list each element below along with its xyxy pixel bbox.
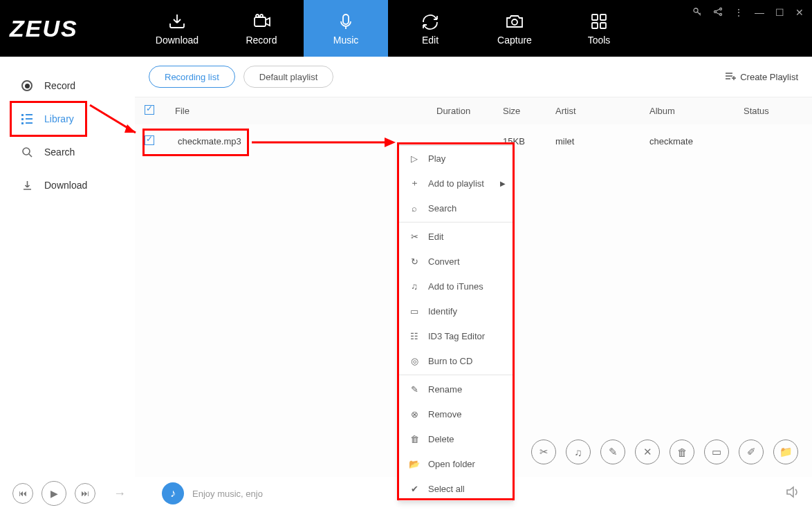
sidebar: Record Library Search Download bbox=[0, 57, 135, 477]
default-playlist-button[interactable]: Default playlist bbox=[243, 66, 334, 88]
shuffle-icon[interactable]: → bbox=[113, 487, 126, 501]
recording-list-button[interactable]: Recording list bbox=[149, 66, 235, 88]
select-all-checkbox[interactable] bbox=[145, 105, 154, 115]
nav-tools[interactable]: Tools bbox=[557, 0, 641, 57]
nav-label: Edit bbox=[422, 35, 439, 46]
nav-music[interactable]: Music bbox=[304, 0, 388, 57]
folder-icon: 📂 bbox=[409, 459, 420, 469]
tool-delete-icon[interactable]: 🗑 bbox=[670, 440, 694, 464]
nav-label: Tools bbox=[588, 35, 611, 46]
nav-label: Capture bbox=[497, 35, 532, 46]
sidebar-label: Library bbox=[44, 113, 74, 124]
record-radio-icon bbox=[21, 79, 33, 92]
download-small-icon bbox=[21, 179, 33, 191]
tool-edit-icon[interactable]: ✎ bbox=[600, 440, 625, 464]
note-icon: ♪ bbox=[162, 482, 184, 504]
ctx-rename[interactable]: ✎Rename bbox=[399, 377, 513, 402]
logo-text: ZEUS bbox=[10, 15, 78, 42]
tools-icon bbox=[589, 11, 609, 32]
sidebar-item-record[interactable]: Record bbox=[0, 69, 135, 102]
play-icon: ▷ bbox=[409, 153, 420, 164]
nav-label: Music bbox=[333, 35, 359, 46]
col-artist[interactable]: Artist bbox=[555, 106, 649, 116]
ctx-convert[interactable]: ↻Convert bbox=[399, 249, 513, 274]
svg-point-1 bbox=[256, 15, 259, 17]
ctx-select-all[interactable]: ✔Select all bbox=[399, 476, 513, 501]
svg-rect-8 bbox=[600, 23, 606, 28]
svg-point-4 bbox=[512, 19, 517, 25]
col-size[interactable]: Size bbox=[503, 106, 555, 116]
volume-icon[interactable] bbox=[786, 486, 800, 502]
download-icon bbox=[167, 11, 187, 32]
navbar: Download Record Music Edit Capture bbox=[135, 0, 641, 57]
ctx-edit[interactable]: ✂Edit bbox=[399, 224, 513, 249]
svg-rect-6 bbox=[600, 15, 606, 20]
ctx-play[interactable]: ▷Play bbox=[399, 146, 513, 171]
tool-folder-icon[interactable]: 📁 bbox=[773, 440, 798, 464]
remove-icon: ⊗ bbox=[409, 409, 420, 419]
key-icon[interactable] bbox=[692, 7, 702, 19]
tool-rename-icon[interactable]: ✐ bbox=[739, 440, 764, 464]
col-status[interactable]: Status bbox=[744, 106, 812, 116]
tool-scissors-icon[interactable]: ✂ bbox=[531, 440, 556, 464]
nav-capture[interactable]: Capture bbox=[472, 0, 557, 57]
cell-artist: milet bbox=[555, 136, 649, 147]
check-icon: ✔ bbox=[409, 484, 420, 494]
cell-album: checkmate bbox=[649, 136, 744, 147]
record-icon bbox=[251, 11, 272, 32]
nav-download[interactable]: Download bbox=[135, 0, 219, 57]
identify-icon: ▭ bbox=[409, 306, 420, 317]
row-checkbox[interactable] bbox=[145, 135, 154, 145]
next-button[interactable]: ⏭ bbox=[75, 483, 95, 504]
cd-icon: ◎ bbox=[409, 356, 420, 366]
nav-record[interactable]: Record bbox=[219, 0, 304, 57]
ctx-open-folder[interactable]: 📂Open folder bbox=[399, 451, 513, 476]
edit-icon bbox=[420, 11, 441, 32]
col-file[interactable]: File bbox=[175, 106, 436, 116]
tool-remove-icon[interactable]: ✕ bbox=[635, 440, 660, 464]
sidebar-item-search[interactable]: Search bbox=[0, 135, 135, 169]
svg-rect-3 bbox=[343, 15, 349, 24]
ctx-search[interactable]: ⌕Search bbox=[399, 196, 513, 220]
ctx-add-to-itunes[interactable]: ♫Add to iTunes bbox=[399, 274, 513, 299]
sidebar-item-download[interactable]: Download bbox=[0, 169, 135, 202]
ctx-burn[interactable]: ◎Burn to CD bbox=[399, 348, 513, 373]
svg-rect-7 bbox=[592, 23, 598, 28]
maximize-icon[interactable]: ☐ bbox=[775, 7, 784, 19]
nav-label: Download bbox=[156, 35, 199, 46]
nav-edit[interactable]: Edit bbox=[388, 0, 472, 57]
library-list-icon bbox=[21, 113, 33, 125]
nav-label: Record bbox=[246, 35, 277, 46]
ctx-delete[interactable]: 🗑Delete bbox=[399, 426, 513, 451]
content-toolbar: Recording list Default playlist Create P… bbox=[135, 57, 812, 97]
tool-id3-icon[interactable]: ▭ bbox=[704, 440, 729, 464]
player-text: Enjoy music, enjo bbox=[192, 489, 263, 499]
share-icon[interactable] bbox=[713, 7, 723, 19]
trash-icon: 🗑 bbox=[409, 434, 420, 444]
svg-rect-5 bbox=[592, 15, 598, 20]
bottom-tool-icons: ✂ ♫ ✎ ✕ 🗑 ▭ ✐ 📁 bbox=[531, 440, 798, 464]
create-playlist-button[interactable]: Create Playlist bbox=[725, 71, 798, 83]
logo: ZEUS bbox=[0, 0, 135, 57]
context-menu: ▷Play ＋Add to playlist▶ ⌕Search ✂Edit ↻C… bbox=[398, 145, 513, 502]
convert-icon: ↻ bbox=[409, 256, 420, 267]
search-icon bbox=[21, 146, 33, 158]
col-album[interactable]: Album bbox=[649, 106, 744, 116]
prev-button[interactable]: ⏮ bbox=[12, 483, 33, 504]
menu-icon[interactable]: ⋮ bbox=[734, 7, 744, 19]
music-icon bbox=[335, 11, 356, 32]
ctx-add-to-playlist[interactable]: ＋Add to playlist▶ bbox=[399, 171, 513, 196]
titlebar: ZEUS Download Record Music Edit bbox=[0, 0, 812, 57]
tag-icon: ☷ bbox=[409, 331, 420, 341]
ctx-id3[interactable]: ☷ID3 Tag Editor bbox=[399, 323, 513, 348]
tool-itunes-icon[interactable]: ♫ bbox=[566, 440, 591, 464]
col-duration[interactable]: Duration bbox=[436, 106, 503, 116]
sidebar-item-library[interactable]: Library bbox=[0, 102, 135, 135]
cell-file: checkmate.mp3 bbox=[175, 136, 436, 147]
minimize-icon[interactable]: — bbox=[755, 7, 764, 19]
close-icon[interactable]: ✕ bbox=[795, 7, 804, 19]
ctx-identify[interactable]: ▭Identify bbox=[399, 299, 513, 323]
ctx-remove[interactable]: ⊗Remove bbox=[399, 402, 513, 426]
itunes-icon: ♫ bbox=[409, 281, 420, 292]
play-button[interactable]: ▶ bbox=[41, 481, 66, 506]
